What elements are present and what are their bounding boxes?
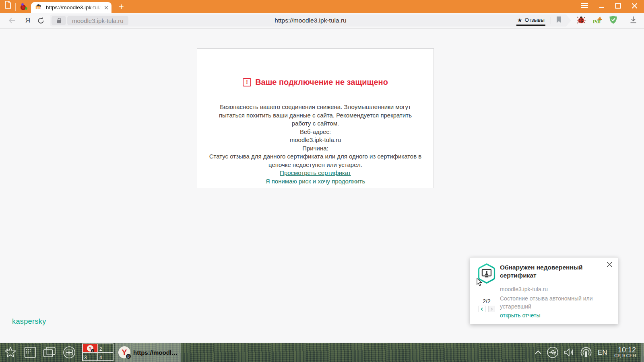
view-certificate-link[interactable]: Просмотреть сертификат: [197, 169, 433, 177]
open-reports-link[interactable]: открыть отчеты: [500, 312, 540, 319]
workspace-1-active[interactable]: Yβ: [83, 344, 98, 352]
maximize-button[interactable]: [615, 3, 621, 10]
mouse-cursor: [477, 278, 483, 288]
clock[interactable]: 10:12 СР, 9 СЕН: [614, 346, 636, 359]
app-launcher-icon[interactable]: [24, 347, 36, 358]
browser-menu-icon[interactable]: [581, 3, 588, 10]
browser-toolbar: Я moodle3.ipk-tula.ru https://moodle3.ip…: [0, 13, 644, 29]
kaspersky-notification: Обнаружен недоверенный сертификат moodle…: [470, 257, 618, 324]
notification-title: Обнаружен недоверенный сертификат: [500, 263, 590, 280]
yandex-browser-icon: Yβ: [87, 345, 93, 352]
kaspersky-logo: kaspersky: [12, 317, 46, 326]
domain-pill[interactable]: moodle3.ipk-tula.ru: [67, 16, 128, 25]
web-address-value: moodle3.ipk-tula.ru: [197, 136, 433, 144]
star-icon: ★: [517, 17, 522, 23]
download-icon[interactable]: [630, 16, 637, 25]
notification-pagination: 2/2: [477, 298, 496, 304]
taskbar-window-title: https://moodl…: [133, 349, 178, 356]
addressbar-separator: [511, 17, 511, 24]
file-manager-icon[interactable]: [63, 346, 76, 359]
shield-extension-icon[interactable]: [609, 15, 617, 26]
browser-tab[interactable]: m https://moodle3.ipk-tula: [31, 2, 111, 13]
window-list-icon[interactable]: [43, 347, 56, 358]
notification-status: Состояние отзыва автономный или устаревш…: [500, 294, 597, 311]
show-desktop-button[interactable]: [641, 343, 644, 362]
tab-title: https://moodle3.ipk-tula: [46, 4, 101, 10]
warning-title-row: ! Ваше подключение не защищено: [197, 78, 433, 87]
warning-card: ! Ваше подключение не защищено Безопасно…: [197, 48, 434, 188]
notification-domain: moodle3.ipk-tula.ru: [500, 286, 548, 292]
minimize-button[interactable]: [599, 3, 605, 10]
proceed-anyway-link[interactable]: Я понимаю риск и хочу продолжить: [197, 177, 433, 186]
address-bar[interactable]: moodle3.ipk-tula.ru https://moodle3.ipk-…: [50, 14, 571, 27]
notification-close-icon[interactable]: [607, 261, 613, 269]
prev-notification-button[interactable]: [479, 306, 485, 312]
titlebar-divider: [15, 3, 16, 11]
yandex-search-icon[interactable]: Я: [21, 16, 35, 25]
start-menu-star-icon[interactable]: [4, 346, 17, 359]
system-tray: EN 10:12 СР, 9 СЕН: [535, 346, 636, 359]
back-button-icon[interactable]: [6, 17, 18, 24]
warning-badge-icon: !: [243, 78, 251, 86]
workspace-2[interactable]: 2: [98, 344, 113, 352]
reload-icon[interactable]: [35, 17, 47, 25]
profile-avatar-icon[interactable]: [20, 3, 27, 10]
taskbar-window-button[interactable]: Yβ https://moodl…: [115, 343, 181, 362]
web-address-label: Веб-адрес:: [197, 128, 433, 136]
close-window-button[interactable]: [632, 3, 638, 10]
network-hotspot-icon[interactable]: [580, 346, 592, 359]
moodle-favicon-icon: m: [35, 4, 43, 12]
security-lock-icon[interactable]: [52, 16, 66, 25]
volume-icon[interactable]: [564, 348, 574, 357]
browser-titlebar: m https://moodle3.ipk-tula +: [0, 0, 644, 13]
page-content: ! Ваше подключение не защищено Безопасно…: [0, 29, 644, 343]
warning-body: Безопасность вашего соединения снижена. …: [209, 103, 422, 128]
workspace-4[interactable]: 4: [98, 352, 113, 361]
reviews-button[interactable]: ★ Отзывы: [516, 16, 545, 26]
next-notification-button[interactable]: [488, 306, 495, 312]
bug-extension-icon[interactable]: [577, 16, 586, 25]
reason-label: Причина:: [197, 144, 433, 153]
workspace-switcher: Yβ 2 3 4: [82, 343, 114, 361]
clock-date: СР, 9 СЕН: [614, 354, 636, 358]
usb-icon[interactable]: [547, 346, 559, 358]
workspace-3[interactable]: 3: [83, 352, 98, 361]
warning-title: Ваше подключение не защищено: [255, 78, 388, 87]
taskbar: Yβ 2 3 4 Yβ https://moodl…: [0, 343, 644, 362]
addressbar-separator: [551, 17, 551, 24]
tab-panel-icon[interactable]: [5, 1, 11, 10]
bookmark-flag-icon[interactable]: [556, 16, 561, 25]
desktop: m https://moodle3.ipk-tula +: [0, 0, 644, 362]
tray-expand-icon[interactable]: [535, 350, 541, 354]
tab-close-icon[interactable]: [104, 4, 108, 11]
reviews-label: Отзывы: [525, 17, 545, 23]
new-tab-button[interactable]: +: [119, 3, 124, 11]
yandex-browser-icon: Yβ: [118, 346, 130, 358]
pdf-extension-icon[interactable]: Pdf: [592, 16, 602, 26]
clock-time: 10:12: [614, 346, 636, 354]
keyboard-layout-indicator[interactable]: EN: [598, 349, 607, 356]
reason-text: Статус отзыва для данного сертификата ил…: [209, 152, 422, 169]
